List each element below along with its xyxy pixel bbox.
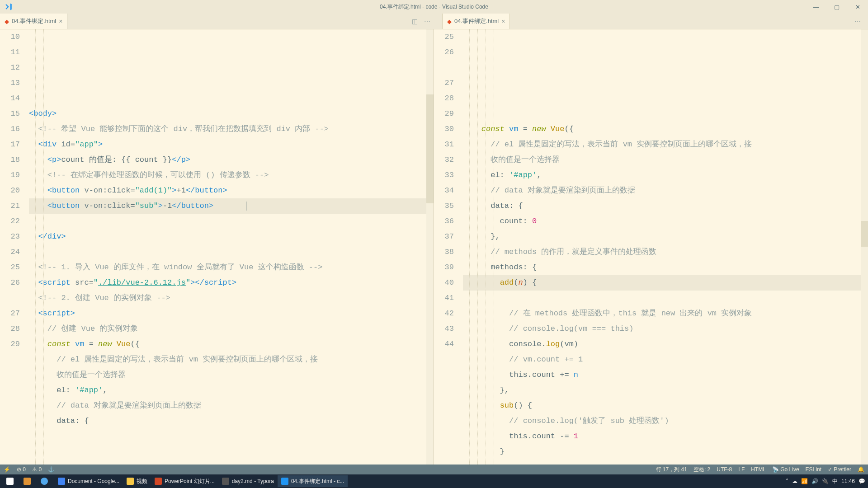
error-count[interactable]: ⊘ 0 — [17, 466, 26, 473]
encoding[interactable]: UTF-8 — [717, 466, 732, 473]
eol[interactable]: LF — [738, 466, 745, 473]
code-line[interactable]: sub() { — [463, 398, 868, 413]
code-line[interactable]: el: '#app', — [29, 383, 434, 398]
maximize-button[interactable]: ▢ — [826, 0, 847, 14]
taskbar-app[interactable]: 04.事件绑定.html - c... — [278, 475, 348, 487]
prettier-status[interactable]: ✓ Prettier — [828, 466, 851, 473]
code-line[interactable] — [29, 91, 434, 106]
tray-notifications-icon[interactable]: 💬 — [859, 478, 865, 484]
code-line[interactable]: <!-- 2. 创建 Vue 的实例对象 --> — [29, 291, 434, 306]
code-area[interactable]: <body> <!-- 希望 Vue 能够控制下面的这个 div，帮我们在把数据… — [27, 29, 434, 465]
code-line[interactable]: // vm.count += 1 — [463, 352, 868, 367]
close-tab-icon[interactable]: × — [501, 18, 505, 25]
eslint-status[interactable]: ESLint — [806, 466, 821, 473]
ports-icon[interactable]: ⚓ — [48, 466, 55, 473]
code-line[interactable]: </div> — [29, 229, 434, 244]
code-line[interactable]: // data 对象就是要渲染到页面上的数据 — [29, 398, 434, 413]
vscode-icon — [5, 3, 13, 11]
code-line[interactable]: // console.log(vm === this) — [463, 321, 868, 337]
system-tray[interactable]: ˄ ☁ 📶 🔊 🔌 中 11:46 💬 — [786, 478, 865, 485]
tab-label: 04.事件绑定.html — [12, 17, 56, 25]
code-line[interactable]: count: 0 — [463, 214, 868, 229]
code-line[interactable]: data: { — [29, 413, 434, 429]
go-live[interactable]: 📡 Go Live — [772, 466, 799, 473]
code-line[interactable]: // 在 methods 处理函数中，this 就是 new 出来的 vm 实例… — [463, 306, 868, 321]
tray-battery-icon[interactable]: 🔌 — [822, 478, 829, 484]
code-line[interactable]: el: '#app', — [463, 168, 868, 183]
start-button[interactable] — [3, 475, 17, 487]
line-gutter: 1011121314151617181920212223242526 27282… — [0, 29, 27, 465]
minimap[interactable] — [426, 29, 434, 465]
status-bar: ⚡ ⊘ 0 ⚠ 0 ⚓ 行 17，列 41 空格: 2 UTF-8 LF HTM… — [0, 465, 868, 474]
notifications-icon[interactable]: 🔔 — [858, 466, 864, 473]
tab-right[interactable]: ◆ 04.事件绑定.html × — [442, 14, 510, 29]
code-line[interactable]: <div id="app"> — [29, 137, 434, 152]
tray-volume-icon[interactable]: 🔊 — [811, 478, 818, 484]
line-gutter: 2526 27282930313233343536373839404142434… — [434, 29, 461, 465]
tray-ime-icon[interactable]: 中 — [832, 478, 838, 485]
code-line[interactable]: this.count -= 1 — [463, 429, 868, 444]
tray-clock[interactable]: 11:46 — [841, 478, 855, 484]
html-file-icon: ◆ — [5, 18, 9, 25]
code-line[interactable]: const vm = new Vue({ — [29, 337, 434, 352]
code-line[interactable]: // data 对象就是要渲染到页面上的数据 — [463, 183, 868, 198]
code-line[interactable]: <button v-on:click="sub">-1</button> — [29, 198, 434, 214]
html-file-icon: ◆ — [447, 18, 452, 25]
close-tab-icon[interactable]: × — [59, 18, 62, 25]
windows-taskbar: Document - Google...视频PowerPoint 幻灯片...d… — [0, 474, 868, 488]
code-line[interactable]: this.count += n — [463, 367, 868, 383]
tab-bar: ◆ 04.事件绑定.html × ◫ ⋯ ◆ 04.事件绑定.html × ⋯ — [0, 14, 868, 29]
code-line[interactable]: <!-- 希望 Vue 能够控制下面的这个 div，帮我们在把数据填充到 div… — [29, 122, 434, 137]
code-line[interactable]: <script> — [29, 306, 434, 321]
code-line[interactable]: data: { — [463, 198, 868, 214]
code-line[interactable]: // el 属性是固定的写法，表示当前 vm 实例要控制页面上的哪个区域，接 — [463, 137, 868, 152]
code-line[interactable]: const vm = new Vue({ — [463, 122, 868, 137]
indentation[interactable]: 空格: 2 — [693, 466, 710, 474]
cursor-position[interactable]: 行 17，列 41 — [656, 466, 687, 474]
code-line[interactable]: }, — [463, 383, 868, 398]
more-actions-icon[interactable]: ⋯ — [424, 18, 430, 25]
editor-left[interactable]: 1011121314151617181920212223242526 27282… — [0, 29, 434, 465]
minimize-button[interactable]: — — [806, 0, 826, 14]
tab-left[interactable]: ◆ 04.事件绑定.html × — [0, 14, 67, 29]
taskbar-app[interactable]: PowerPoint 幻灯片... — [151, 475, 218, 487]
editor-right[interactable]: 2526 27282930313233343536373839404142434… — [434, 29, 868, 465]
code-line[interactable]: // 创建 Vue 的实例对象 — [29, 321, 434, 337]
taskbar-app[interactable]: Document - Google... — [54, 475, 123, 487]
close-button[interactable]: ✕ — [847, 0, 868, 14]
code-line[interactable]: // el 属性是固定的写法，表示当前 vm 实例要控制页面上的哪个区域，接 — [29, 352, 434, 367]
code-line[interactable]: // console.log('触发了 sub 处理函数') — [463, 413, 868, 429]
window-title: 04.事件绑定.html - code - Visual Studio Code — [380, 3, 488, 11]
minimap[interactable] — [861, 29, 868, 465]
warning-count[interactable]: ⚠ 0 — [32, 466, 42, 473]
tray-wifi-icon[interactable]: 📶 — [801, 478, 808, 484]
code-line[interactable]: methods: { — [463, 260, 868, 275]
code-line[interactable]: <script src="./lib/vue-2.6.12.js"></scri… — [29, 275, 434, 291]
code-line[interactable]: <p>count 的值是: {{ count }}</p> — [29, 152, 434, 168]
taskbar-app[interactable]: day2.md - Typora — [218, 475, 278, 487]
code-area[interactable]: const vm = new Vue({ // el 属性是固定的写法，表示当前… — [461, 29, 868, 465]
code-line[interactable] — [29, 244, 434, 260]
tray-chevron-icon[interactable]: ˄ — [786, 478, 788, 484]
code-line[interactable]: 收的值是一个选择器 — [463, 152, 868, 168]
task-icon[interactable] — [20, 475, 34, 487]
language-mode[interactable]: HTML — [751, 466, 766, 473]
code-line[interactable]: <!-- 在绑定事件处理函数的时候，可以使用 () 传递参数 --> — [29, 168, 434, 183]
split-editor-icon[interactable]: ◫ — [412, 18, 418, 25]
tab-label: 04.事件绑定.html — [454, 17, 499, 25]
code-line[interactable]: <button v-on:click="add(1)">+1</button> — [29, 183, 434, 198]
code-line[interactable]: <body> — [29, 106, 434, 122]
code-line[interactable]: } — [463, 444, 868, 460]
title-bar: 04.事件绑定.html - code - Visual Studio Code… — [0, 0, 868, 14]
code-line[interactable]: // methods 的作用，就是定义事件的处理函数 — [463, 244, 868, 260]
task-edge[interactable] — [37, 475, 52, 487]
code-line[interactable]: <!-- 1. 导入 Vue 的库文件，在 window 全局就有了 Vue 这… — [29, 260, 434, 275]
code-line[interactable]: add(n) { — [463, 275, 868, 291]
more-actions-icon[interactable]: ⋯ — [854, 18, 861, 25]
remote-indicator[interactable]: ⚡ — [4, 466, 10, 473]
taskbar-app[interactable]: 视频 — [123, 475, 151, 487]
code-line[interactable]: 收的值是一个选择器 — [29, 367, 434, 383]
code-line[interactable]: }, — [463, 229, 868, 244]
tray-cloud-icon[interactable]: ☁ — [792, 478, 797, 484]
code-line[interactable]: console.log(vm) — [463, 337, 868, 352]
